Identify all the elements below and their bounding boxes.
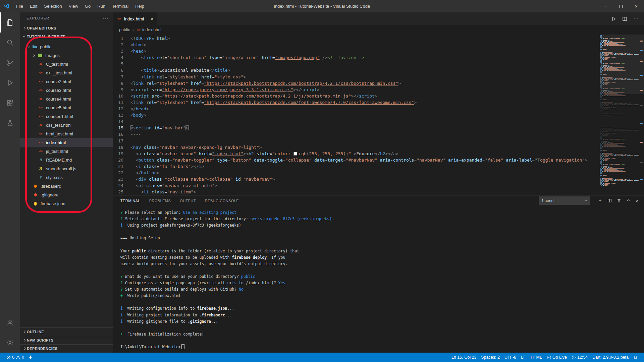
html-file-icon: <> (38, 122, 44, 128)
terminal-output[interactable]: ? Please select an option: Use an existi… (113, 206, 644, 350)
code-region: 1<!DOCTYPE html>2<html>3<head>4 <link re… (113, 35, 644, 195)
workspace-section[interactable]: TUTORIAL-WEBSITE (20, 32, 113, 41)
file-course4.html[interactable]: <>course4.html (20, 95, 113, 103)
close-panel-icon[interactable]: × (636, 198, 639, 203)
file-Images[interactable]: Images (20, 51, 113, 60)
panel-tab-problems[interactable]: PROBLEMS (149, 199, 171, 203)
file-.firebaserc[interactable]: .firebaserc (20, 182, 113, 190)
file-label: course4.html (46, 97, 71, 102)
breadcrumb-folder[interactable]: public (119, 27, 130, 32)
source-control-icon[interactable] (0, 53, 20, 73)
file-label: README.md (46, 158, 72, 163)
dependencies-section[interactable]: DEPENDENCIES (20, 344, 113, 353)
menu-view[interactable]: View (65, 0, 82, 12)
tab-close-icon[interactable]: × (150, 16, 154, 22)
overview-ruler (639, 35, 644, 195)
cursor-position-status[interactable]: Ln 15, Col 23 (449, 353, 479, 362)
file-course3.html[interactable]: <>course3.html (20, 86, 113, 95)
language-mode-status[interactable]: HTML (528, 353, 544, 362)
problems-status[interactable]: 0 0 (4, 353, 26, 362)
panel-tab-terminal[interactable]: TERMINAL (120, 199, 140, 203)
code-editor[interactable]: 1<!DOCTYPE html>2<html>3<head>4 <link re… (113, 35, 597, 195)
testing-flask-icon[interactable] (0, 113, 20, 133)
run-code-icon[interactable] (611, 16, 616, 21)
breadcrumb-separator: › (132, 27, 134, 33)
file-courses1.html[interactable]: <>courses1.html (20, 112, 113, 121)
menu-terminal[interactable]: Terminal (109, 0, 132, 12)
dart-version-status[interactable]: Dart: 2.9.0-8.2.beta (590, 353, 631, 362)
file-C_test.html[interactable]: <>C_test.html (20, 60, 113, 68)
file-README.md[interactable]: MREADME.md (20, 156, 113, 164)
indentation-status[interactable]: Spaces: 2 (479, 353, 502, 362)
file-js_test.html[interactable]: <>js_test.html (20, 147, 113, 156)
window-controls: × (598, 0, 644, 12)
html-file-icon: <> (38, 87, 44, 93)
file-course5.html[interactable]: <>course5.html (20, 103, 113, 112)
menu-edit[interactable]: Edit (26, 0, 41, 12)
settings-gear-icon[interactable] (0, 333, 20, 353)
explorer-icon[interactable] (0, 12, 20, 33)
warning-triangle-icon (16, 355, 20, 360)
encoding-status[interactable]: UTF-8 (502, 353, 519, 362)
panel-tab-output[interactable]: OUTPUT (180, 199, 196, 203)
maximize-panel-icon[interactable] (626, 198, 631, 203)
file-index.html[interactable]: <>index.html (20, 138, 113, 147)
open-editors-section[interactable]: OPEN EDITORS (20, 24, 113, 32)
tab-index-html[interactable]: <> index.html × (113, 12, 157, 25)
vscode-window: FileEditSelectionViewGoRunTerminalHelp i… (0, 0, 644, 362)
kill-terminal-trash-icon[interactable] (617, 198, 621, 203)
line-number: 9 (113, 86, 130, 93)
line-number: 8 (113, 80, 130, 86)
account-icon[interactable] (0, 312, 20, 333)
file-course2.html[interactable]: <>course2.html (20, 77, 113, 86)
minimap-slider[interactable] (600, 35, 644, 94)
menu-go[interactable]: Go (82, 0, 94, 12)
shell-select-dropdown[interactable]: 1: cmd (539, 196, 590, 205)
npm-scripts-section[interactable]: NPM SCRIPTS (20, 336, 113, 344)
go-live-button[interactable]: Go Live (544, 353, 569, 362)
line-number: 23 (113, 176, 130, 182)
line-number: 19 (113, 150, 130, 157)
run-debug-icon[interactable] (0, 73, 20, 93)
file-html_test.html[interactable]: <>html_test.html (20, 129, 113, 138)
clock-status[interactable]: 12:54 (569, 353, 590, 362)
restore-button[interactable] (613, 0, 629, 12)
css-file-icon: # (38, 175, 44, 180)
firebase-orange-file-icon (33, 183, 38, 189)
minimize-button[interactable] (598, 0, 613, 12)
more-actions-icon[interactable]: ··· (633, 16, 639, 22)
eol-status[interactable]: LF (519, 353, 528, 362)
menu-file[interactable]: File (13, 0, 26, 12)
breadcrumb-file[interactable]: index.html (142, 27, 161, 32)
lightning-icon[interactable] (26, 353, 35, 362)
terminal-cursor (181, 344, 184, 349)
new-terminal-icon[interactable]: ＋ (597, 197, 602, 204)
clock-icon (572, 355, 576, 360)
file-.gitignore[interactable]: .gitignore (20, 190, 113, 199)
search-icon[interactable] (0, 33, 20, 53)
html-file-icon: <> (38, 79, 44, 84)
line-number: 14 (113, 118, 130, 125)
notifications-bell-icon[interactable] (631, 353, 640, 362)
close-button[interactable]: × (629, 0, 644, 12)
menu-run[interactable]: Run (94, 0, 109, 12)
file-public[interactable]: public (20, 42, 113, 51)
more-actions-icon[interactable]: ··· (103, 15, 109, 21)
line-number: 5 (113, 61, 130, 67)
extensions-icon[interactable] (0, 93, 20, 113)
file-style.css[interactable]: #style.css (20, 173, 113, 182)
menu-selection[interactable]: Selection (41, 0, 65, 12)
file-firebase.json[interactable]: firebase.json (20, 199, 113, 208)
split-terminal-icon[interactable] (607, 198, 612, 203)
file-css_test.html[interactable]: <>css_test.html (20, 121, 113, 129)
menu-help[interactable]: Help (132, 0, 148, 12)
outline-section[interactable]: OUTLINE (20, 327, 113, 336)
file-c++_test.html[interactable]: <>c++_test.html (20, 68, 113, 77)
panel-tab-debug-console[interactable]: DEBUG CONSOLE (205, 199, 239, 203)
html-file-icon: <> (38, 140, 44, 145)
file-smooth-scroll.js[interactable]: JSsmooth-scroll.js (20, 164, 113, 173)
line-number: 10 (113, 93, 130, 99)
chevron-down-icon (27, 45, 30, 47)
split-editor-icon[interactable] (622, 16, 627, 21)
line-number: 7 (113, 74, 130, 80)
